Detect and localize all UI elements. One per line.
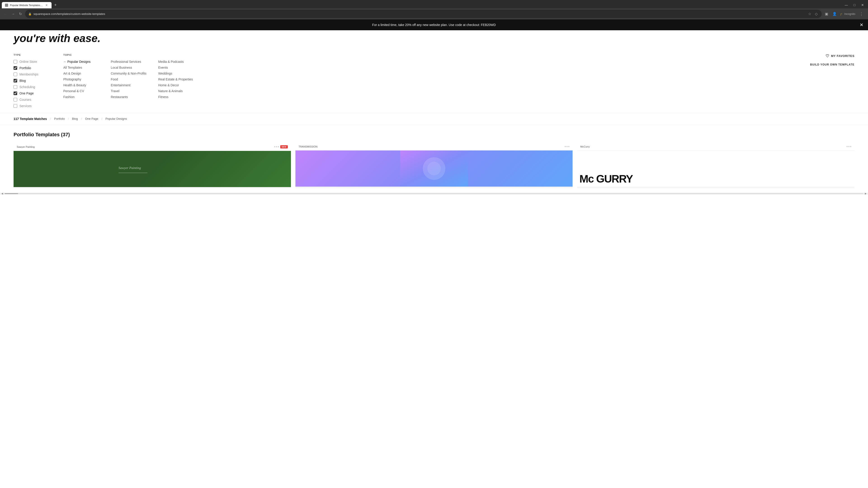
- dot-3b: [848, 146, 849, 147]
- template-card-mccurry[interactable]: McCurry Mc GURRY: [577, 143, 855, 188]
- filter-tag-popular-designs[interactable]: Popular Designs: [105, 117, 127, 121]
- topic-weddings[interactable]: Weddings: [158, 72, 201, 75]
- type-checkbox-services[interactable]: Services: [13, 104, 63, 108]
- bookmark-button[interactable]: ☆: [807, 11, 812, 17]
- template-card-transmission[interactable]: TRANSMISSION: [296, 143, 573, 188]
- tab-bar: Popular Website Templates - Po ✕ + — □ ✕: [2, 2, 866, 8]
- topic-fashion[interactable]: Fashion: [63, 95, 106, 99]
- svg-point-4: [427, 162, 441, 175]
- topic-health-beauty[interactable]: Health & Beauty: [63, 84, 106, 87]
- dot-2a: [565, 146, 566, 147]
- horizontal-scrollbar[interactable]: ◀ ▶: [0, 193, 868, 195]
- browser-menu-button[interactable]: ⋮: [858, 11, 865, 18]
- url-text: squarespace.com/templates/custom-website…: [33, 12, 805, 15]
- topic-col-3: Media & Podcasts Events Weddings Real Es…: [158, 54, 201, 101]
- new-badge-1: NEW: [280, 145, 288, 149]
- forward-button[interactable]: →: [10, 11, 16, 17]
- topic-nature-animals[interactable]: Nature & Animals: [158, 89, 201, 93]
- type-checkbox-online-store[interactable]: Online Store: [13, 60, 63, 64]
- template-preview-1: Sawyer Painting: [13, 151, 291, 187]
- topic-food[interactable]: Food: [111, 77, 154, 81]
- topic-photography[interactable]: Photography: [63, 77, 106, 81]
- services-label: Services: [20, 104, 32, 108]
- close-window-button[interactable]: ✕: [860, 2, 866, 8]
- scrollbar-left-arrow[interactable]: ◀: [0, 193, 4, 195]
- scrollbar-right-arrow[interactable]: ▶: [864, 193, 868, 195]
- checkbox-online-store[interactable]: [13, 60, 17, 64]
- topic-travel[interactable]: Travel: [111, 89, 154, 93]
- checkbox-blog[interactable]: [13, 79, 17, 83]
- filter-tag-portfolio[interactable]: Portfolio: [54, 117, 65, 121]
- topic-entertainment[interactable]: Entertainment: [111, 84, 154, 87]
- topic-events[interactable]: Events: [158, 66, 201, 69]
- scrollbar-thumb[interactable]: [4, 193, 18, 194]
- extensions-button[interactable]: ▣: [824, 11, 829, 17]
- back-button[interactable]: ←: [3, 11, 8, 17]
- arrow-icon: →: [63, 60, 66, 63]
- dot-1a: [274, 146, 275, 147]
- svg-text:Sawyer Painting: Sawyer Painting: [119, 166, 141, 170]
- type-checkbox-portfolio[interactable]: Portfolio: [13, 66, 63, 70]
- checkbox-memberships[interactable]: [13, 72, 17, 76]
- type-checkbox-one-page[interactable]: One Page: [13, 92, 63, 95]
- checkbox-one-page[interactable]: [13, 92, 17, 95]
- template-name-2: TRANSMISSION: [299, 145, 318, 148]
- extension-button[interactable]: ◇: [814, 11, 818, 17]
- topic-local-business[interactable]: Local Business: [111, 66, 154, 69]
- checkbox-scheduling[interactable]: [13, 85, 17, 89]
- section-title: Portfolio Templates (37): [13, 132, 855, 138]
- new-tab-button[interactable]: +: [53, 2, 59, 8]
- template-card-header-1: Sawyer Painting NEW: [13, 143, 291, 151]
- topic-community-nonprofits[interactable]: Community & Non-Profits: [111, 72, 154, 75]
- type-checkbox-courses[interactable]: Courses: [13, 98, 63, 101]
- topic-restaurants[interactable]: Restaurants: [111, 95, 154, 99]
- checkbox-portfolio[interactable]: [13, 66, 17, 70]
- scrollbar-track[interactable]: [4, 193, 864, 194]
- memberships-label: Memberships: [20, 72, 38, 76]
- topic-home-decor[interactable]: Home & Decor: [158, 84, 201, 87]
- tab-close-button[interactable]: ✕: [45, 3, 49, 7]
- active-tab[interactable]: Popular Website Templates - Po ✕: [2, 2, 52, 8]
- filter-topic-columns: TOPIC → Popular Designs All Templates Ar…: [63, 54, 809, 101]
- banner-close-button[interactable]: ✕: [860, 22, 864, 28]
- filter-row: TYPE Online Store Portfolio Memberships …: [13, 54, 855, 110]
- minimize-button[interactable]: —: [843, 2, 849, 8]
- topic-popular-designs[interactable]: → Popular Designs: [63, 60, 106, 64]
- checkbox-courses[interactable]: [13, 98, 17, 101]
- template-name-3: McCurry: [580, 145, 590, 148]
- template-dots-1: [274, 146, 279, 147]
- topic-fitness[interactable]: Fitness: [158, 95, 201, 99]
- profile-button[interactable]: 👤: [831, 11, 838, 17]
- template-dots-2: [565, 146, 569, 147]
- portfolio-label: Portfolio: [20, 66, 31, 70]
- topic-col2-spacer: [111, 54, 154, 56]
- topic-art-design[interactable]: Art & Design: [63, 72, 106, 75]
- url-bar[interactable]: 🔒 squarespace.com/templates/custom-websi…: [25, 10, 822, 18]
- my-favorites-button[interactable]: ♡ MY FAVORITES: [826, 54, 855, 59]
- reload-button[interactable]: ↻: [18, 11, 23, 17]
- filter-tag-blog[interactable]: Blog: [72, 117, 78, 121]
- checkbox-services[interactable]: [13, 104, 17, 108]
- heart-icon: ♡: [826, 54, 829, 59]
- template-card-sawyer-painting[interactable]: Sawyer Painting NEW Sawyer Painting: [13, 143, 291, 188]
- build-own-template-button[interactable]: BUILD YOUR OWN TEMPLATE: [810, 63, 855, 66]
- template-card-header-2: TRANSMISSION: [296, 143, 573, 151]
- type-checkbox-scheduling[interactable]: Scheduling: [13, 85, 63, 89]
- topic-col3-spacer: [158, 54, 201, 56]
- separator-1: /: [50, 117, 51, 121]
- topic-professional-services[interactable]: Professional Services: [111, 60, 154, 64]
- filter-tag-one-page[interactable]: One Page: [85, 117, 98, 121]
- topic-real-estate[interactable]: Real Estate & Properties: [158, 77, 201, 81]
- topic-personal-cv[interactable]: Personal & CV: [63, 89, 106, 93]
- topic-media-podcasts[interactable]: Media & Podcasts: [158, 60, 201, 64]
- type-checkbox-blog[interactable]: Blog: [13, 79, 63, 83]
- window-controls: — □ ✕: [843, 2, 866, 8]
- topic-all-templates[interactable]: All Templates: [63, 66, 106, 69]
- type-checkbox-memberships[interactable]: Memberships: [13, 72, 63, 76]
- browser-window: Popular Website Templates - Po ✕ + — □ ✕: [0, 0, 868, 8]
- my-favorites-label: MY FAVORITES: [831, 54, 855, 58]
- scheduling-label: Scheduling: [20, 85, 35, 89]
- topic-label: TOPIC: [63, 54, 106, 56]
- restore-button[interactable]: □: [851, 2, 858, 8]
- results-bar: 117 Template Matches / Portfolio / Blog …: [0, 113, 868, 125]
